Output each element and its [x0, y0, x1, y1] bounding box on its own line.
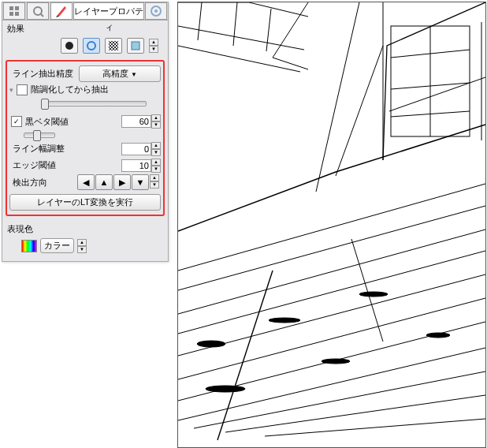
- black-threshold-spinner[interactable]: ▲▼: [151, 114, 161, 129]
- svg-rect-7: [9, 6, 13, 10]
- edge-threshold-label: エッジ閾値: [9, 158, 79, 173]
- direction-label: 検出方向: [9, 175, 55, 190]
- direction-spinner[interactable]: ▲▼: [150, 174, 159, 190]
- svg-rect-17: [132, 42, 139, 50]
- black-threshold-label: 黒ベタ閾値: [25, 116, 69, 128]
- layer-property-panel: レイヤープロパティ 効果 ▲▼ ライン抽出精度 高精度 ▼ ▾ 階調化してから抽…: [2, 2, 169, 262]
- color-header: 表現色: [2, 221, 168, 237]
- color-swatch-icon: [21, 240, 37, 252]
- line-width-label: ライン幅調整: [9, 141, 79, 156]
- effects-header: 効果: [2, 21, 168, 36]
- svg-rect-10: [15, 12, 19, 16]
- black-threshold-slider[interactable]: [24, 130, 63, 140]
- effect-extract-line-icon[interactable]: [83, 38, 100, 54]
- posterize-slider[interactable]: [41, 99, 154, 108]
- precision-dropdown[interactable]: 高精度 ▼: [79, 65, 161, 82]
- panel-title: レイヤープロパティ: [73, 2, 144, 20]
- color-mode-spinner[interactable]: ▲▼: [77, 239, 87, 253]
- tab-layer-property[interactable]: [50, 2, 72, 20]
- effect-layer-color-icon[interactable]: [127, 38, 144, 54]
- effects-row: ▲▼: [2, 36, 168, 58]
- posterize-label: 階調化してから抽出: [31, 84, 109, 95]
- posterize-checkbox[interactable]: [17, 84, 28, 95]
- line-width-input[interactable]: [121, 143, 151, 155]
- panel-tabs: レイヤープロパティ: [2, 2, 168, 21]
- preview-canvas: [177, 2, 486, 448]
- svg-rect-16: [109, 41, 118, 50]
- svg-point-14: [65, 42, 73, 50]
- svg-point-2: [269, 318, 300, 323]
- direction-right-button[interactable]: ▶: [113, 174, 131, 190]
- tab-icon-2[interactable]: [27, 2, 49, 20]
- svg-point-15: [87, 42, 95, 50]
- color-mode-select[interactable]: カラー: [40, 238, 74, 253]
- effect-border-icon[interactable]: [61, 38, 78, 54]
- black-threshold-input[interactable]: [121, 115, 151, 128]
- edge-threshold-input[interactable]: [121, 159, 151, 172]
- direction-down-button[interactable]: ▼: [132, 174, 149, 190]
- svg-rect-8: [15, 6, 19, 10]
- direction-up-button[interactable]: ▲: [95, 174, 113, 190]
- svg-point-3: [359, 292, 388, 297]
- effects-more-icon[interactable]: ▲▼: [149, 39, 158, 53]
- effect-tone-icon[interactable]: [105, 38, 122, 54]
- svg-point-1: [197, 341, 225, 347]
- svg-point-6: [426, 333, 450, 338]
- line-extraction-group: ライン抽出精度 高精度 ▼ ▾ 階調化してから抽出 ✓ 黒ベタ閾値 ▲▼ ライン…: [6, 60, 165, 216]
- lineart-illustration: [178, 2, 485, 447]
- line-width-spinner[interactable]: ▲▼: [151, 142, 161, 156]
- edge-threshold-spinner[interactable]: ▲▼: [151, 159, 161, 173]
- svg-point-5: [322, 359, 350, 364]
- tab-icon-1[interactable]: [3, 2, 25, 20]
- chevron-down-icon: ▼: [131, 71, 137, 78]
- execute-lt-button[interactable]: レイヤーのLT変換を実行: [9, 194, 161, 211]
- direction-left-button[interactable]: ◀: [77, 174, 95, 190]
- tab-icon-4[interactable]: [145, 2, 167, 20]
- svg-point-13: [154, 9, 158, 13]
- precision-label: ライン抽出精度: [9, 66, 79, 81]
- svg-rect-9: [9, 12, 13, 16]
- black-threshold-checkbox[interactable]: ✓: [11, 116, 22, 127]
- svg-point-4: [206, 386, 245, 392]
- collapse-icon[interactable]: ▾: [9, 86, 13, 94]
